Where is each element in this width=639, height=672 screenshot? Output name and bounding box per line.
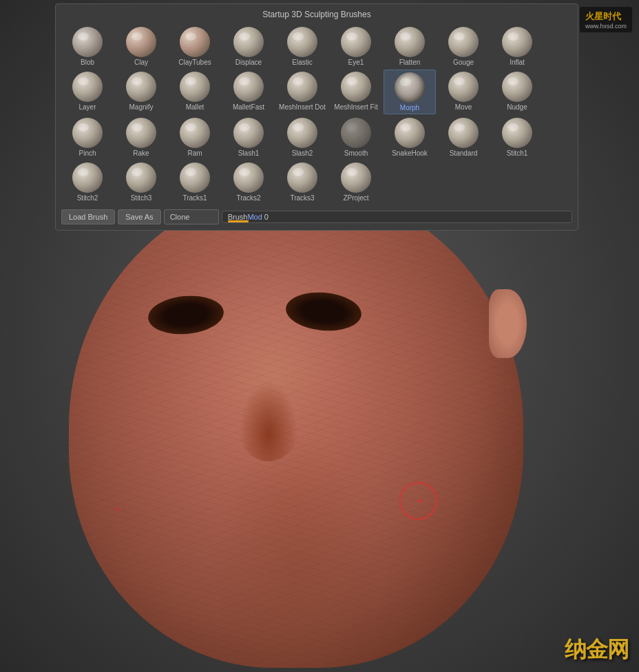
brush-item-blob[interactable]: Blob [61, 25, 114, 68]
svg-point-5 [346, 32, 357, 41]
brush-item-slash1[interactable]: Slash1 [222, 116, 275, 159]
save-as-button[interactable]: Save As [118, 209, 160, 224]
svg-point-9 [78, 77, 89, 85]
brush-label-tracks1: Tracks1 [182, 194, 207, 202]
svg-point-21 [239, 123, 250, 132]
brush-item-smooth[interactable]: Smooth [330, 116, 382, 159]
brush-item-displace[interactable]: Displace [222, 25, 275, 68]
brush-item-mallet[interactable]: Mallet [169, 70, 221, 114]
brush-item-meshinsert-dot[interactable]: MeshInsert Dot [276, 70, 328, 114]
svg-point-13 [293, 77, 304, 85]
brush-item-tracks3[interactable]: Tracks3 [276, 160, 328, 204]
brush-label-eye1: Eye1 [348, 59, 364, 66]
brush-item-nudge[interactable]: Nudge [491, 70, 543, 114]
brush-icon-elastic [287, 27, 317, 57]
brush-icon-pinch [72, 118, 103, 148]
brush-item-layer[interactable]: Layer [61, 70, 114, 114]
brush-icon-morph [395, 72, 425, 103]
brush-icon-flatten [395, 27, 425, 57]
watermark-bottom: 纳金网 [565, 635, 629, 665]
brush-item-stitch1[interactable]: Stitch1 [491, 116, 543, 159]
load-brush-button[interactable]: Load Brush [61, 209, 115, 224]
brush-icon-tracks1 [180, 162, 210, 193]
svg-point-18 [78, 123, 89, 132]
brush-label-blob: Blob [81, 59, 94, 66]
brush-item-flatten[interactable]: Flatten [384, 25, 436, 68]
svg-point-22 [293, 123, 304, 132]
svg-point-31 [293, 168, 304, 176]
svg-point-16 [454, 77, 465, 85]
brush-toolbar: Load Brush Save As BrushMod 0 [61, 209, 572, 224]
brush-item-rake[interactable]: Rake [115, 116, 167, 159]
svg-point-25 [454, 123, 465, 132]
brush-label-stitch1: Stitch1 [507, 149, 528, 157]
brush-item-standard[interactable]: Standard [437, 116, 490, 159]
brush-cursor-center [418, 499, 421, 503]
brush-item-pinch[interactable]: Pinch [61, 116, 114, 159]
brush-label-tracks3: Tracks3 [290, 194, 314, 202]
brush-label-inflat: Inflat [510, 59, 525, 66]
brush-item-tracks2[interactable]: Tracks2 [222, 160, 275, 204]
brush-item-malletfast[interactable]: MalletFast [222, 70, 275, 114]
svg-point-1 [132, 32, 143, 41]
svg-point-2 [185, 32, 196, 41]
svg-point-7 [454, 32, 465, 41]
nose [234, 372, 303, 461]
brush-label-magnify: Magnify [129, 103, 153, 111]
brush-item-magnify[interactable]: Magnify [115, 70, 167, 114]
watermark-top-text: 火星时代 [585, 11, 621, 21]
brush-item-stitch3[interactable]: Stitch3 [115, 160, 167, 204]
watermark-bottom-text: 纳金网 [565, 637, 629, 662]
brush-label-ram: Ram [187, 149, 202, 157]
brushmod-container: BrushMod 0 [222, 211, 572, 223]
brush-label-rake: Rake [133, 149, 149, 157]
brush-icon-zproject [341, 162, 371, 193]
brush-item-slash2[interactable]: Slash2 [276, 116, 328, 159]
brush-icon-nudge [502, 72, 532, 102]
brush-label-flatten: Flatten [399, 59, 421, 66]
brushmod-slider[interactable] [228, 220, 249, 222]
brush-icon-inflat [502, 27, 532, 57]
svg-point-29 [185, 168, 196, 176]
brush-label-pinch: Pinch [78, 149, 96, 157]
brush-icon-tracks2 [233, 162, 264, 193]
brush-icon-slash2 [287, 118, 317, 148]
svg-point-27 [78, 168, 89, 176]
brush-icon-blob [72, 27, 103, 57]
brush-item-claytubes[interactable]: ClayTubes [169, 25, 221, 68]
watermark-top-url: www.hxsd.com [585, 23, 627, 30]
brush-icon-smooth [341, 118, 371, 148]
brush-label-slash1: Slash1 [238, 149, 260, 157]
brush-panel: Startup 3D Sculpting Brushes BlobClayCla… [55, 3, 578, 231]
brush-label-meshinsert-dot: MeshInsert Dot [279, 103, 326, 111]
brush-icon-gouge [448, 27, 479, 57]
brush-label-elastic: Elastic [292, 59, 312, 66]
brush-item-meshinsert-fit[interactable]: MeshInsert Fit [330, 70, 382, 114]
brush-label-malletfast: MalletFast [233, 103, 264, 111]
svg-point-32 [346, 168, 357, 176]
brush-icon-stitch2 [72, 162, 103, 193]
clone-input[interactable] [164, 209, 219, 224]
brush-item-elastic[interactable]: Elastic [276, 25, 328, 68]
svg-point-19 [132, 123, 143, 132]
brush-icon-stitch3 [126, 162, 156, 193]
svg-point-0 [78, 32, 89, 41]
ear-right [489, 289, 527, 358]
brushmod-value: 0 [264, 213, 269, 221]
brush-label-tracks2: Tracks2 [236, 194, 260, 202]
brush-item-tracks1[interactable]: Tracks1 [169, 160, 221, 204]
brush-icon-snakehook [395, 118, 425, 148]
brush-item-snakehook[interactable]: SnakeHook [384, 116, 436, 159]
brush-item-move[interactable]: Move [437, 70, 490, 114]
brush-item-clay[interactable]: Clay [115, 25, 167, 68]
brush-item-zproject[interactable]: ZProject [330, 160, 382, 204]
brush-item-morph[interactable]: Morph [384, 70, 436, 114]
brush-icon-standard [448, 118, 479, 148]
brush-item-gouge[interactable]: Gouge [437, 25, 490, 68]
brush-item-inflat[interactable]: Inflat [491, 25, 543, 68]
brush-item-ram[interactable]: Ram [169, 116, 221, 159]
brush-item-stitch2[interactable]: Stitch2 [61, 160, 114, 204]
svg-point-30 [239, 168, 250, 176]
brush-item-eye1[interactable]: Eye1 [330, 25, 382, 68]
brush-icon-magnify [126, 72, 156, 102]
